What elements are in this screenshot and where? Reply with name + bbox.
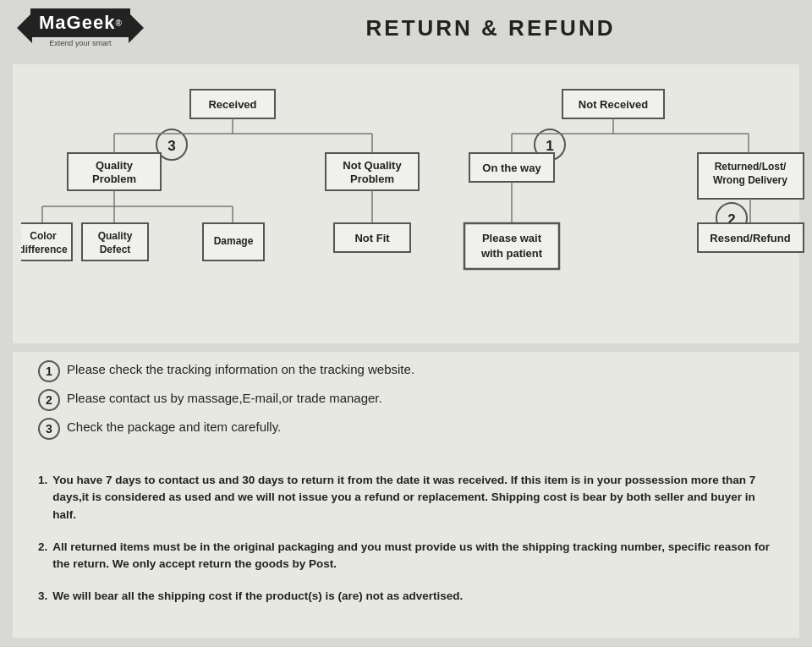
logo-area: MaGeek® Extend your smart (17, 8, 186, 47)
instr-circle-3: 3 (38, 418, 60, 440)
quality-problem-label: Quality (96, 159, 134, 172)
page-title: RETURN & REFUND (366, 15, 616, 41)
damage-label: Damage (214, 235, 254, 247)
instr-text-3: Check the package and item carefully. (67, 418, 281, 436)
policy-text-1: You have 7 days to contact us and 30 day… (52, 472, 774, 524)
instruction-item-3: 3 Check the package and item carefully. (38, 418, 782, 440)
diagram-svg: Received 3 Quality Problem Not Quality P… (21, 81, 808, 326)
diagram-area: Received 3 Quality Problem Not Quality P… (13, 64, 799, 343)
logo-tagline: Extend your smart (49, 39, 111, 47)
policy-num-1: 1. (38, 472, 47, 489)
logo-reg: ® (115, 19, 121, 28)
svg-rect-29 (464, 223, 559, 269)
policy-item-1: 1. You have 7 days to contact us and 30 … (38, 472, 774, 524)
circle1-label: 1 (546, 138, 553, 154)
quality-defect-label: Quality (98, 230, 133, 242)
instr-text-1: Please check the tracking information on… (67, 360, 414, 378)
policy-num-2: 2. (38, 539, 47, 556)
please-wait-label: Please wait (482, 232, 542, 244)
on-the-way-label: On the way (482, 162, 541, 174)
policy-item-2: 2. All returned items must be in the ori… (38, 539, 774, 573)
header: MaGeek® Extend your smart RETURN & REFUN… (0, 0, 812, 56)
resend-refund-label: Resend/Refund (710, 232, 790, 244)
logo-arrow-right (129, 13, 144, 43)
not-quality-label: Not Quality (343, 159, 402, 172)
instr-text-2: Please contact us by massage,E-mail,or t… (67, 389, 382, 407)
not-fit-label: Not Fit (354, 232, 390, 244)
logo-box: MaGeek® (30, 8, 130, 37)
logo-text: MaGeek (39, 12, 115, 34)
instruction-item-1: 1 Please check the tracking information … (38, 360, 782, 382)
policy-text-3: We will bear all the shipping cost if th… (52, 588, 463, 605)
instr-circle-2: 2 (38, 389, 60, 411)
quality-problem-label2: Problem (92, 173, 136, 185)
quality-defect-label2: Defect (100, 244, 131, 255)
color-diff-label: Color (30, 230, 57, 242)
not-quality-label2: Problem (350, 173, 394, 185)
please-wait-label2: with patient (480, 247, 543, 260)
returned-label: Returned/Lost/ (715, 161, 787, 173)
received-label: Received (208, 98, 256, 111)
not-received-label: Not Received (579, 98, 648, 111)
returned-label2: Wrong Delivery (713, 174, 787, 186)
instructions-area: 1 Please check the tracking information … (13, 352, 799, 463)
instruction-item-2: 2 Please contact us by massage,E-mail,or… (38, 389, 782, 411)
policy-item-3: 3. We will bear all the shipping cost if… (38, 588, 774, 605)
policy-area: 1. You have 7 days to contact us and 30 … (13, 463, 799, 638)
circle3-label: 3 (167, 138, 175, 154)
instr-circle-1: 1 (38, 360, 60, 382)
color-diff-label2: difference (21, 244, 68, 255)
page-title-area: RETURN & REFUND (186, 15, 795, 41)
policy-num-3: 3. (38, 588, 47, 605)
policy-text-2: All returned items must be in the origin… (52, 539, 774, 573)
